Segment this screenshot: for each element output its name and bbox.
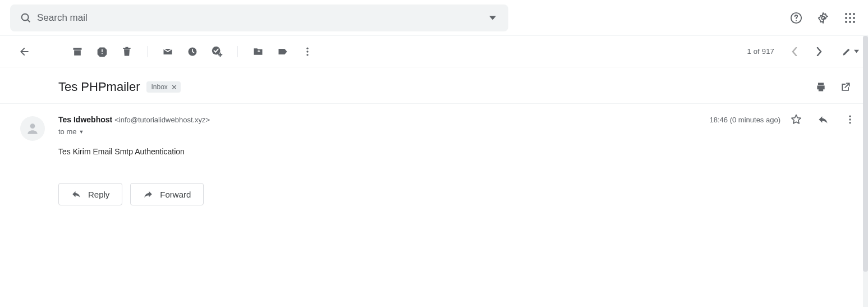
svg-point-22: [849, 116, 851, 117]
svg-point-9: [849, 17, 851, 19]
star-icon[interactable]: [789, 113, 803, 126]
recipient-line[interactable]: to me ▼: [58, 127, 857, 136]
svg-line-1: [27, 19, 30, 21]
report-spam-icon[interactable]: [95, 45, 109, 58]
print-icon[interactable]: [814, 80, 828, 94]
snooze-icon[interactable]: [186, 45, 199, 58]
show-details-icon[interactable]: ▼: [79, 129, 84, 135]
svg-point-8: [845, 17, 847, 19]
message-counter: 1 of 917: [747, 47, 774, 56]
reply-button-label: Reply: [88, 190, 109, 199]
svg-rect-14: [102, 49, 103, 52]
svg-point-20: [306, 54, 308, 56]
action-buttons: Reply Forward: [58, 183, 857, 205]
svg-rect-15: [102, 53, 103, 54]
mark-unread-icon[interactable]: [161, 45, 174, 58]
search-icon[interactable]: [15, 7, 37, 29]
message-header: Tes Idwebhost <info@tutorialidwebhost.xy…: [58, 113, 857, 126]
message-time: 18:46 (0 minutes ago): [710, 116, 780, 124]
labels-icon[interactable]: [276, 45, 290, 58]
input-tools-icon[interactable]: [842, 47, 859, 57]
archive-icon[interactable]: [71, 45, 84, 58]
back-icon[interactable]: [18, 45, 31, 58]
header-bar: [0, 0, 868, 36]
next-message-icon[interactable]: [810, 43, 828, 61]
support-icon[interactable]: [785, 7, 807, 29]
scrollbar-thumb[interactable]: [863, 36, 868, 272]
label-chip[interactable]: Inbox ✕: [146, 81, 180, 93]
svg-point-24: [849, 122, 851, 123]
svg-point-3: [796, 20, 797, 21]
svg-point-11: [845, 21, 847, 23]
delete-icon[interactable]: [120, 45, 134, 58]
svg-point-0: [22, 13, 29, 20]
svg-point-13: [853, 21, 855, 23]
svg-point-21: [30, 123, 35, 129]
header-right-icons: [785, 7, 864, 29]
label-chip-text: Inbox: [151, 83, 167, 91]
label-chip-remove-icon[interactable]: ✕: [170, 83, 178, 91]
reply-icon[interactable]: [816, 113, 830, 126]
sender-email: <info@tutorialidwebhost.xyz>: [114, 116, 210, 124]
move-to-icon[interactable]: [251, 45, 265, 58]
svg-point-18: [306, 47, 308, 49]
open-new-window-icon[interactable]: [839, 80, 852, 94]
svg-point-7: [853, 13, 855, 15]
more-icon[interactable]: [301, 45, 314, 58]
svg-point-5: [845, 13, 847, 15]
message-body: Tes Kirim Email Smtp Authentication: [58, 147, 857, 156]
apps-grid-icon[interactable]: [839, 7, 861, 29]
search-bar[interactable]: [10, 4, 508, 31]
svg-point-10: [853, 17, 855, 19]
message-container: Tes Idwebhost <info@tutorialidwebhost.xy…: [0, 104, 868, 205]
avatar[interactable]: [20, 116, 45, 141]
svg-point-17: [212, 46, 221, 54]
email-subject: Tes PHPmailer: [58, 80, 140, 94]
search-input[interactable]: [37, 12, 481, 24]
reply-button[interactable]: Reply: [58, 183, 122, 205]
sender-name: Tes Idwebhost: [58, 115, 112, 124]
forward-button-label: Forward: [160, 190, 191, 199]
svg-point-23: [849, 118, 851, 120]
subject-row: Tes PHPmailer Inbox ✕: [0, 67, 868, 104]
recipient-text: to me: [58, 127, 77, 136]
search-options-dropdown-icon[interactable]: [481, 7, 504, 29]
svg-point-19: [306, 51, 308, 52]
settings-gear-icon[interactable]: [812, 7, 834, 29]
svg-point-6: [849, 13, 851, 15]
toolbar: 1 of 917: [0, 36, 868, 67]
forward-button[interactable]: Forward: [130, 183, 204, 205]
add-to-tasks-icon[interactable]: [210, 45, 224, 58]
svg-point-12: [849, 21, 851, 23]
message-more-icon[interactable]: [843, 113, 857, 126]
prev-message-icon[interactable]: [786, 43, 803, 61]
